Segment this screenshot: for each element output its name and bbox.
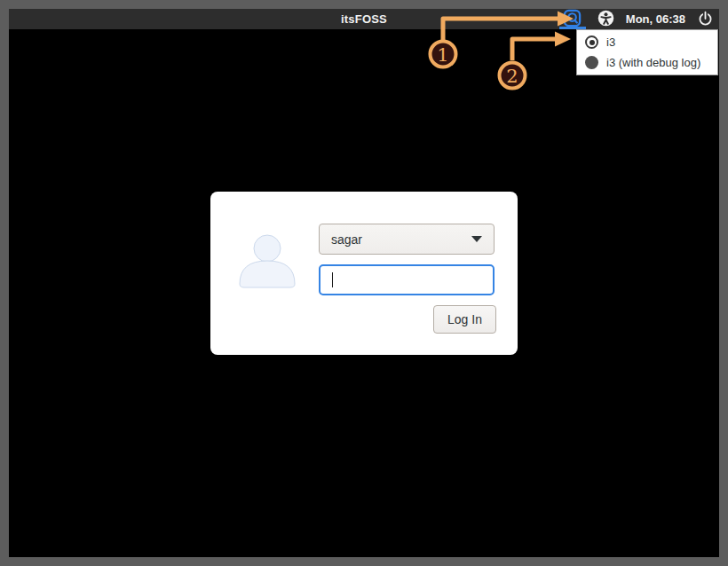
session-menu-item-i3-debug[interactable]: i3 (with debug log) [577, 52, 717, 73]
login-button[interactable]: Log In [433, 305, 496, 334]
user-select-dropdown[interactable]: sagar [319, 224, 495, 255]
accessibility-icon [597, 10, 614, 29]
password-input[interactable] [320, 266, 493, 294]
radio-unselected-icon [585, 56, 598, 69]
user-avatar [237, 227, 297, 295]
desktop-background: itsFOSS [9, 9, 719, 557]
clock-label[interactable]: Mon, 06:38 [626, 12, 685, 26]
chevron-down-icon [471, 236, 482, 242]
accessibility-menu-button[interactable] [597, 10, 614, 29]
power-icon [697, 10, 714, 29]
top-panel: itsFOSS [9, 9, 719, 29]
session-menu: i3 i3 (with debug log) [576, 29, 718, 75]
session-select-button[interactable] [559, 9, 586, 29]
radio-selected-icon [585, 35, 598, 49]
password-field-wrapper [319, 264, 495, 295]
session-option-label: i3 (with debug log) [606, 56, 700, 69]
power-menu-button[interactable] [697, 10, 714, 29]
panel-indicators: Mon, 06:38 [559, 9, 714, 29]
selected-username: sagar [331, 232, 471, 247]
login-dialog: sagar Log In [210, 192, 518, 355]
session-menu-item-i3[interactable]: i3 [577, 32, 717, 52]
session-option-label: i3 [606, 35, 615, 49]
